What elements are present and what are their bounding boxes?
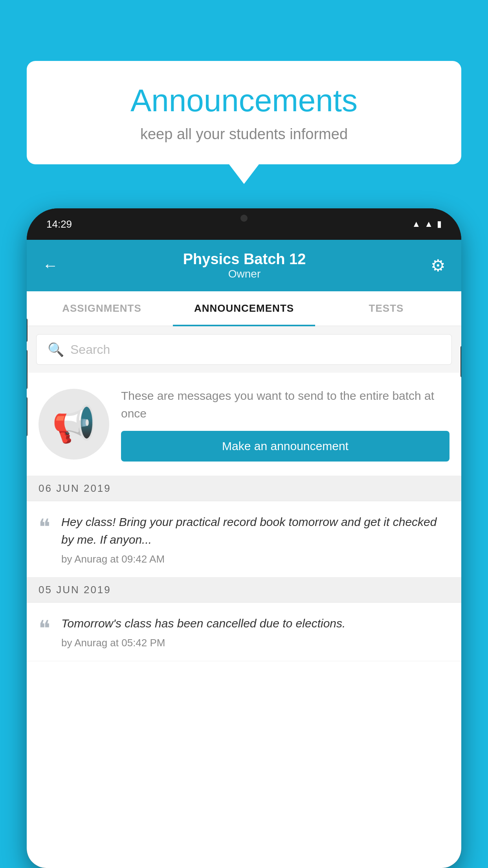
header-center: Physics Batch 12 Owner (183, 251, 306, 280)
message-text-1: Hey class! Bring your practical record b… (61, 513, 449, 548)
power-button (460, 346, 461, 377)
battery-icon: ▮ (437, 219, 442, 229)
date-separator-2: 05 JUN 2019 (27, 577, 461, 603)
tab-tests[interactable]: TESTS (315, 291, 457, 326)
search-placeholder: Search (70, 342, 110, 357)
speech-bubble-title: Announcements (50, 83, 438, 119)
header-subtitle: Owner (183, 268, 306, 280)
app-content: ← Physics Batch 12 Owner ⚙ ASSIGNMENTS A… (27, 240, 461, 868)
wifi-icon: ▲ (412, 219, 420, 229)
silent-button (27, 397, 28, 436)
notch (220, 208, 268, 228)
status-time: 14:29 (46, 218, 72, 230)
quote-icon-1: ❝ (39, 516, 50, 538)
volume-down-button (27, 350, 28, 389)
speech-bubble-subtitle: keep all your students informed (50, 126, 438, 143)
app-header: ← Physics Batch 12 Owner ⚙ (27, 240, 461, 291)
date-separator-1: 06 JUN 2019 (27, 476, 461, 501)
message-meta-1: by Anurag at 09:42 AM (61, 553, 449, 565)
megaphone-circle: 📢 (39, 389, 109, 460)
message-meta-2: by Anurag at 05:42 PM (61, 637, 449, 649)
speech-bubble-section: Announcements keep all your students inf… (27, 61, 461, 184)
speech-bubble: Announcements keep all your students inf… (27, 61, 461, 164)
tab-assignments[interactable]: ASSIGNMENTS (31, 291, 173, 326)
signal-icon: ▲ (424, 219, 433, 229)
message-item-2: ❝ Tomorrow's class has been cancelled du… (27, 603, 461, 661)
status-bar: 14:29 ▲ ▲ ▮ (27, 208, 461, 240)
search-bar[interactable]: 🔍 Search (36, 334, 452, 365)
volume-up-button (27, 318, 28, 342)
phone-frame: 14:29 ▲ ▲ ▮ ← Physics Batch 12 Owner ⚙ A… (27, 208, 461, 868)
camera (240, 215, 248, 222)
prompt-right: These are messages you want to send to t… (121, 387, 449, 462)
search-icon: 🔍 (48, 342, 64, 357)
tab-announcements[interactable]: ANNOUNCEMENTS (173, 291, 315, 326)
quote-icon-2: ❝ (39, 618, 50, 640)
prompt-description: These are messages you want to send to t… (121, 387, 449, 422)
settings-icon[interactable]: ⚙ (431, 256, 446, 275)
message-content-1: Hey class! Bring your practical record b… (61, 513, 449, 565)
speech-bubble-arrow (229, 164, 259, 184)
message-item-1: ❝ Hey class! Bring your practical record… (27, 501, 461, 577)
message-content-2: Tomorrow's class has been cancelled due … (61, 614, 449, 649)
make-announcement-button[interactable]: Make an announcement (121, 431, 449, 462)
header-title: Physics Batch 12 (183, 251, 306, 268)
back-button[interactable]: ← (42, 257, 58, 274)
status-icons: ▲ ▲ ▮ (412, 219, 442, 229)
tabs-bar: ASSIGNMENTS ANNOUNCEMENTS TESTS (27, 291, 461, 326)
search-bar-container: 🔍 Search (27, 326, 461, 373)
megaphone-icon: 📢 (52, 404, 96, 445)
announcement-prompt: 📢 These are messages you want to send to… (27, 373, 461, 476)
message-text-2: Tomorrow's class has been cancelled due … (61, 614, 449, 632)
